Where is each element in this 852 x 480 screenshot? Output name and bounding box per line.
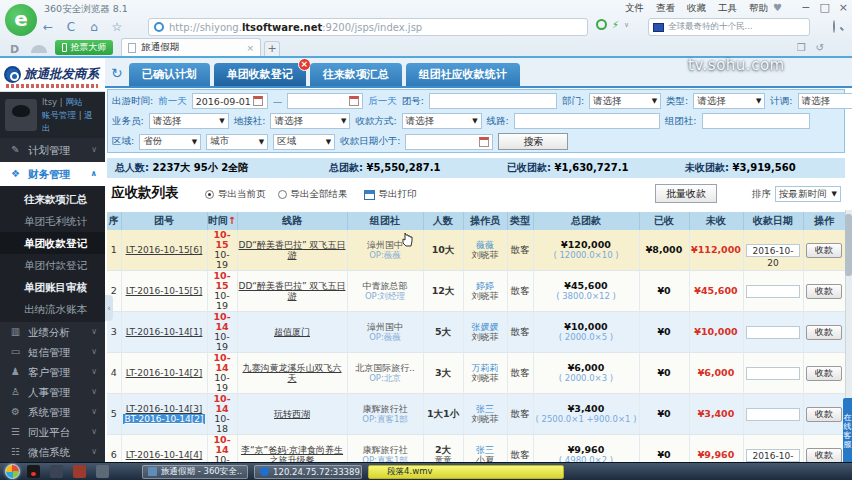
quicklaunch-icon[interactable] (96, 465, 109, 478)
taskbar-task[interactable]: 120.24.75.72:33389... (254, 465, 362, 479)
reopen-closed-icon[interactable]: ↺ (816, 42, 824, 53)
sidebar-item-plan[interactable]: ✎ 计划管理 ∨ (0, 138, 105, 162)
ticket-grabber-button[interactable]: 抢票大师 (55, 40, 113, 55)
lightning-icon[interactable]: ⚡ (612, 19, 619, 30)
sort-column-time[interactable]: 时间↑ (207, 212, 237, 230)
batch-receive-button[interactable]: 批量收款 (655, 184, 717, 203)
sidebar-item[interactable]: ☷ 微信系统 ∨ (0, 442, 105, 462)
sidebar-item[interactable]: ♟ 客户管理 ∨ (0, 362, 105, 382)
restore-windows-icon[interactable]: ❐ (797, 42, 806, 53)
calendar-icon[interactable] (479, 137, 489, 147)
sidebar-item[interactable]: ⚙ 系统管理 ∨ (0, 402, 105, 422)
team-no-input[interactable] (429, 93, 557, 109)
menu-item[interactable]: 工具 (718, 2, 737, 15)
salesperson-select[interactable]: 请选择▼ (149, 113, 229, 129)
menu-item[interactable]: 帮助 (749, 2, 768, 15)
operator-link[interactable]: 张三 (465, 445, 506, 455)
new-tab-button[interactable]: + (264, 41, 280, 56)
refresh-button[interactable]: C (63, 20, 79, 34)
export-print-link[interactable]: 导出打印 (379, 188, 417, 201)
operator-link[interactable]: 薇薇 (465, 240, 506, 250)
table-row[interactable]: 4 LT-2016-10-14[2] 10-14 10-19 九寨沟黄龙溪乐山双… (107, 353, 845, 394)
table-row[interactable]: 2 LT-2016-10-15[5] 10-15 10-19 DD“醉美香巴拉”… (107, 271, 845, 312)
sidebar-subitem[interactable]: 单团账目审核 (0, 276, 105, 298)
calendar-icon[interactable] (349, 96, 359, 106)
sidebar-item[interactable]: ▭ 短信管理 ∨ (0, 342, 105, 362)
sidebar-collapse-handle[interactable]: ‹ (105, 295, 113, 321)
receive-button[interactable]: 收款 (806, 325, 842, 340)
sidebar-subitem[interactable]: 单团毛利统计 (0, 210, 105, 232)
receive-button[interactable]: 收款 (806, 448, 842, 463)
quicklaunch-icon[interactable] (73, 465, 86, 478)
home-button[interactable]: ⌂ (86, 20, 102, 34)
sidebar-item[interactable]: ☰ 同业平台 ∨ (0, 422, 105, 442)
scrollbar-thumb[interactable] (845, 214, 852, 276)
pay-method-select[interactable]: 请选择▼ (402, 113, 482, 129)
land-agency-select[interactable]: 请选择▼ (270, 113, 350, 129)
favorites-heart-icon[interactable]: ♥ (773, 2, 782, 13)
team-number-link-secondary[interactable]: BT-2016-10-14[2] (123, 414, 204, 424)
route-input[interactable] (514, 113, 660, 129)
date-to-field[interactable] (287, 93, 363, 109)
route-link[interactable]: 玩转西湖 (274, 409, 310, 419)
route-link[interactable]: DD“醉美香巴拉” 双飞五日游 (239, 281, 346, 301)
operator-link[interactable]: 婷婷 (465, 281, 506, 291)
quicklaunch-icon[interactable] (50, 465, 63, 478)
sidebar-subitem[interactable]: 单团收款登记 (0, 232, 105, 254)
table-row[interactable]: 5 LT-2016-10-14[3] BT-2016-10-14[2] 10-1… (107, 394, 845, 435)
export-current-radio[interactable] (205, 190, 214, 199)
dept-select[interactable]: 请选择▼ (589, 93, 661, 109)
operator-link[interactable]: 张媛媛 (465, 322, 506, 332)
quicklaunch-icon[interactable] (27, 465, 40, 478)
receive-button[interactable]: 收款 (806, 243, 842, 258)
team-number-link[interactable]: LT-2016-10-15[5] (123, 286, 206, 296)
minimize-button[interactable]: − (801, 1, 810, 14)
team-number-link[interactable]: LT-2016-10-14[2] (123, 368, 206, 378)
sidebar-subitem[interactable]: 单团付款登记 (0, 254, 105, 276)
date-from-field[interactable]: 2016-09-01 (192, 93, 268, 109)
export-all-radio[interactable] (278, 190, 287, 199)
online-service-tab[interactable]: 在线客服 (843, 398, 852, 464)
next-day-link[interactable]: 后一天 (368, 95, 397, 108)
team-number-link[interactable]: LT-2016-10-14[1] (123, 327, 206, 337)
route-link[interactable]: 李“京”爸妈·京津食尚养生之旅升级餐 (241, 445, 343, 462)
province-select[interactable]: 省份▼ (139, 134, 201, 150)
quicklaunch-icon[interactable] (119, 465, 132, 478)
address-bar[interactable]: http://shiyong.ltsoftware.net:9200/jsps/… (148, 18, 588, 36)
sidebar-subitem[interactable]: 往来款项汇总 (0, 188, 105, 210)
back-button[interactable]: ← (40, 20, 56, 34)
operator-link[interactable]: 张三 (465, 404, 506, 414)
close-tab-icon[interactable]: × (298, 58, 311, 71)
team-number-link[interactable]: LT-2016-10-15[6] (123, 245, 206, 255)
sidebar-item[interactable]: ▥ 业绩分析 ∨ (0, 322, 105, 342)
close-button[interactable]: × (839, 1, 848, 14)
district-select[interactable]: 区域▼ (273, 134, 335, 150)
dropdown-caret-icon[interactable]: ∨ (624, 21, 629, 29)
receive-date-field[interactable] (746, 408, 800, 421)
team-number-link[interactable]: LT-2016-10-14[4] (123, 450, 206, 460)
app-tab[interactable]: 单团收款登记 × (214, 63, 306, 86)
pay-date-field[interactable] (405, 134, 493, 150)
app-tab[interactable]: 组团社应收款统计 (406, 63, 520, 86)
receive-date-field[interactable] (746, 326, 800, 339)
search-button[interactable]: 搜索 (498, 133, 568, 150)
receive-date-field[interactable] (746, 367, 800, 380)
sidebar-item-finance[interactable]: ❖ 财务管理 ∧ (0, 162, 105, 186)
sort-select[interactable]: 按最新时间▼ (775, 186, 841, 202)
table-row[interactable]: 1 LT-2016-10-15[6] 10-15 10-19 DD“醉美香巴拉”… (107, 230, 845, 271)
route-link[interactable]: 超值厦门 (274, 327, 310, 337)
search-magnifier-icon[interactable] (833, 20, 835, 33)
team-number-link[interactable]: LT-2016-10-14[3] (123, 404, 206, 414)
tab-close-icon[interactable]: × (247, 43, 255, 53)
menu-item[interactable]: 文件 (625, 2, 644, 15)
app-tab[interactable]: 已确认计划 (129, 63, 210, 86)
route-link[interactable]: 九寨沟黄龙溪乐山双飞六天 (243, 363, 342, 383)
operator-link[interactable]: 万莉莉 (465, 363, 506, 373)
group-agency-input[interactable] (702, 113, 810, 129)
refresh-tabs-icon[interactable]: ↻ (111, 65, 123, 81)
account-link[interactable]: 账号管理 (42, 110, 76, 120)
taskbar-task[interactable]: 段落4.wmv (368, 465, 564, 479)
menu-item[interactable]: 查看 (656, 2, 675, 15)
planner-select[interactable]: 请选择▼ (798, 93, 852, 109)
receive-date-field[interactable]: 2016-10-20 (746, 244, 800, 257)
